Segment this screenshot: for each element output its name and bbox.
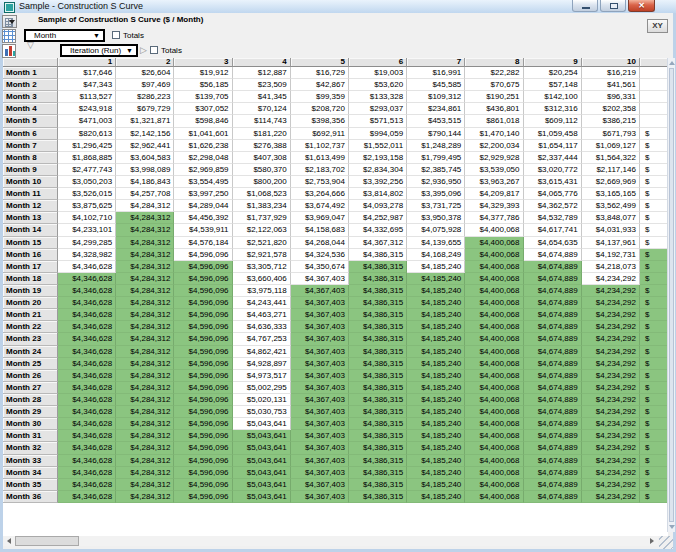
data-cell[interactable]: $4,596,096 xyxy=(174,261,232,273)
data-cell[interactable]: $16,991 xyxy=(407,67,465,79)
row-header[interactable]: Month 7 xyxy=(3,140,58,152)
row-header[interactable]: Month 23 xyxy=(3,333,58,345)
data-cell[interactable]: $4,596,096 xyxy=(174,309,232,321)
data-cell[interactable]: $4,234,292 xyxy=(582,418,640,430)
column-header[interactable]: 1 xyxy=(58,58,116,67)
data-cell[interactable]: $4,185,240 xyxy=(407,273,465,285)
data-cell[interactable]: $790,144 xyxy=(407,128,465,140)
data-cell[interactable]: $5,030,753 xyxy=(233,406,291,418)
data-cell[interactable]: $2,193,158 xyxy=(349,152,407,164)
data-cell[interactable]: $4,674,889 xyxy=(524,467,582,479)
data-cell[interactable]: $4,636,333 xyxy=(233,321,291,333)
data-cell[interactable]: $4,346,628 xyxy=(58,394,116,406)
data-cell[interactable]: $96,331 xyxy=(582,91,640,103)
data-cell[interactable]: $4,367,403 xyxy=(291,479,349,491)
data-cell[interactable]: $4,346,628 xyxy=(58,321,116,333)
data-cell[interactable]: $4,234,292 xyxy=(582,297,640,309)
data-cell[interactable]: $4,386,315 xyxy=(349,467,407,479)
data-cell[interactable]: $4,596,096 xyxy=(174,430,232,442)
data-cell[interactable]: $1,552,011 xyxy=(349,140,407,152)
data-cell-clipped[interactable]: $ xyxy=(640,128,668,140)
data-cell[interactable]: $4,209,817 xyxy=(465,188,523,200)
data-cell[interactable]: $3,950,378 xyxy=(407,212,465,224)
row-header[interactable]: Month 10 xyxy=(3,176,58,188)
data-cell-clipped[interactable]: $ xyxy=(640,479,668,491)
data-cell-clipped[interactable]: $ xyxy=(640,394,668,406)
data-cell[interactable]: $70,675 xyxy=(465,79,523,91)
scroll-right-arrow-icon[interactable] xyxy=(650,538,654,544)
data-cell[interactable]: $3,731,725 xyxy=(407,200,465,212)
data-cell[interactable]: $57,148 xyxy=(524,79,582,91)
data-cell[interactable]: $4,596,096 xyxy=(174,249,232,261)
xy-chart-button[interactable]: XY xyxy=(647,19,668,33)
data-cell[interactable]: $4,400,068 xyxy=(465,297,523,309)
data-cell[interactable]: $4,386,315 xyxy=(349,273,407,285)
data-cell[interactable]: $3,674,492 xyxy=(291,200,349,212)
data-cell[interactable]: $3,264,666 xyxy=(291,188,349,200)
data-cell[interactable]: $4,386,315 xyxy=(349,321,407,333)
data-cell[interactable]: $4,596,096 xyxy=(174,479,232,491)
data-cell-clipped[interactable]: $ xyxy=(640,140,668,152)
data-cell[interactable]: $4,367,403 xyxy=(291,394,349,406)
column-field-dropdown[interactable]: Iteration (Run) ▼ xyxy=(60,44,138,57)
row-header[interactable]: Month 17 xyxy=(3,261,58,273)
data-cell[interactable]: $5,043,641 xyxy=(233,430,291,442)
data-cell[interactable]: $4,234,292 xyxy=(582,309,640,321)
data-cell[interactable]: $4,234,292 xyxy=(582,479,640,491)
data-cell[interactable]: $1,041,601 xyxy=(174,128,232,140)
data-cell[interactable]: $4,367,403 xyxy=(291,382,349,394)
data-cell[interactable]: $4,346,628 xyxy=(58,442,116,454)
data-cell[interactable]: $4,386,315 xyxy=(349,491,407,503)
data-cell[interactable]: $45,585 xyxy=(407,79,465,91)
row-header[interactable]: Month 2 xyxy=(3,79,58,91)
data-cell[interactable]: $234,861 xyxy=(407,103,465,115)
data-cell[interactable]: $4,234,292 xyxy=(582,346,640,358)
data-cell[interactable]: $4,346,628 xyxy=(58,333,116,345)
data-cell[interactable]: $4,400,068 xyxy=(465,479,523,491)
row-header[interactable]: Month 27 xyxy=(3,382,58,394)
data-cell[interactable]: $3,020,772 xyxy=(524,164,582,176)
data-cell[interactable]: $4,367,403 xyxy=(291,285,349,297)
data-cell[interactable]: $2,753,904 xyxy=(291,176,349,188)
row-header[interactable]: Month 19 xyxy=(3,285,58,297)
data-cell[interactable]: $4,767,253 xyxy=(233,333,291,345)
row-header[interactable]: Month 20 xyxy=(3,297,58,309)
row-header[interactable]: Month 21 xyxy=(3,309,58,321)
data-cell[interactable]: $2,521,820 xyxy=(233,237,291,249)
data-cell[interactable]: $4,400,068 xyxy=(465,237,523,249)
data-cell[interactable]: $4,185,240 xyxy=(407,394,465,406)
column-header[interactable]: 2 xyxy=(116,58,174,67)
data-cell[interactable]: $4,284,312 xyxy=(116,455,174,467)
data-cell[interactable]: $293,037 xyxy=(349,103,407,115)
data-cell[interactable]: $4,367,403 xyxy=(291,358,349,370)
data-cell[interactable]: $471,003 xyxy=(58,115,116,127)
data-cell[interactable]: $994,059 xyxy=(349,128,407,140)
data-cell[interactable]: $4,284,312 xyxy=(116,212,174,224)
data-cell[interactable]: $4,284,312 xyxy=(116,237,174,249)
data-cell[interactable]: $2,117,146 xyxy=(582,164,640,176)
data-cell[interactable]: $692,911 xyxy=(291,128,349,140)
data-cell[interactable]: $4,185,240 xyxy=(407,406,465,418)
data-cell[interactable]: $580,370 xyxy=(233,164,291,176)
data-cell[interactable]: $109,312 xyxy=(407,91,465,103)
data-cell[interactable]: $4,185,240 xyxy=(407,382,465,394)
data-cell[interactable]: $4,367,403 xyxy=(291,491,349,503)
data-cell[interactable]: $3,392,256 xyxy=(349,176,407,188)
data-cell-clipped[interactable]: $ xyxy=(640,346,668,358)
data-cell[interactable]: $4,234,292 xyxy=(582,394,640,406)
data-cell[interactable]: $1,102,737 xyxy=(291,140,349,152)
data-cell[interactable]: $4,576,184 xyxy=(174,237,232,249)
data-cell[interactable]: $202,358 xyxy=(582,103,640,115)
data-cell[interactable]: $312,316 xyxy=(524,103,582,115)
data-cell[interactable]: $3,526,015 xyxy=(58,188,116,200)
data-cell[interactable]: $4,234,292 xyxy=(582,321,640,333)
data-cell[interactable]: $4,065,776 xyxy=(524,188,582,200)
data-cell-clipped[interactable]: $ xyxy=(640,200,668,212)
data-cell[interactable]: $3,050,203 xyxy=(58,176,116,188)
data-cell[interactable]: $4,284,312 xyxy=(116,200,174,212)
data-cell[interactable]: $42,867 xyxy=(291,79,349,91)
data-cell[interactable]: $1,613,499 xyxy=(291,152,349,164)
data-cell[interactable]: $16,729 xyxy=(291,67,349,79)
data-cell-clipped[interactable]: $ xyxy=(640,249,668,261)
data-cell[interactable]: $4,346,628 xyxy=(58,261,116,273)
